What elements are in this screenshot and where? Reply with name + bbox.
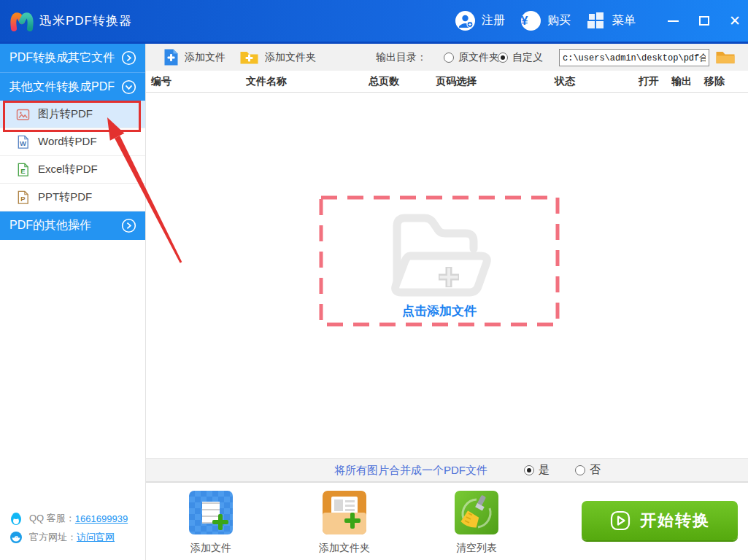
output-path-input[interactable] [559,49,709,66]
merge-option-bar: 将所有图片合并成一个PDF文件 是 否 [146,458,748,482]
chevron-right-circle-icon [121,50,136,66]
add-file-icon [163,48,179,66]
buy-button[interactable]: ¥ 购买 [521,0,571,42]
sidebar-item-label: 图片转PDF [38,107,93,121]
add-file-action-label: 添加文件 [190,542,231,555]
main-panel: 添加文件 添加文件夹 输出目录： 原文件夹 自定义 [146,44,748,560]
sidebar-item-label: Word转PDF [38,135,97,149]
excel-doc-icon: E [16,163,30,177]
chevron-down-circle-icon [121,79,136,95]
col-total-pages: 总页数 [369,71,399,93]
merge-no-label: 否 [590,463,601,477]
merge-no-radio[interactable]: 否 [575,459,601,481]
svg-text:E: E [20,167,25,175]
add-file-action-button[interactable]: 添加文件 [167,491,255,555]
close-button[interactable]: ✕ [722,0,747,42]
col-status: 状态 [555,71,575,93]
merge-no-circle[interactable] [575,465,585,475]
radio-original-circle[interactable] [444,52,454,63]
svg-text:e: e [14,534,18,542]
sidebar-section-pdf-to-other[interactable]: PDF转换成其它文件 [0,44,145,72]
yen-icon: ¥ [521,11,541,31]
app-window: 迅米PDF转换器 注册 ¥ 购买 菜单 [0,0,748,560]
sidebar-section-pdf-ops[interactable]: PDF的其他操作 [0,211,145,240]
file-list-area: 点击添加文件 [146,93,748,458]
play-icon [609,510,631,532]
add-folder-action-button[interactable]: 添加文件夹 [301,491,388,555]
section-label: PDF转换成其它文件 [9,50,115,66]
toolbar: 添加文件 添加文件夹 输出目录： 原文件夹 自定义 [146,44,748,71]
buy-label: 购买 [547,13,571,28]
svg-text:P: P [20,195,26,203]
dropzone-add-files[interactable]: 点击添加文件 [319,195,560,327]
add-folder-icon [239,50,259,65]
radio-original-label: 原文件夹 [458,51,499,64]
clear-list-action-label: 清空列表 [456,542,497,555]
clear-list-action-button[interactable]: 清空列表 [433,491,520,555]
add-folder-label: 添加文件夹 [265,51,316,64]
sidebar-section-other-to-pdf[interactable]: 其他文件转换成PDF [0,72,145,101]
website-icon: e [9,530,23,545]
register-button[interactable]: 注册 [455,0,505,42]
merge-yes-circle[interactable] [524,465,534,475]
word-doc-icon: W [16,135,30,149]
radio-original-folder[interactable]: 原文件夹 [444,44,499,71]
sidebar-item-label: PPT转PDF [38,190,92,204]
svg-text:W: W [20,139,26,147]
output-dir-label: 输出目录： [376,44,427,71]
section-label: 其他文件转换成PDF [9,79,115,95]
titlebar: 迅米PDF转换器 注册 ¥ 购买 菜单 [0,0,748,44]
menu-label: 菜单 [612,13,636,28]
add-folder-action-label: 添加文件夹 [319,542,370,555]
browse-folder-icon[interactable] [715,50,736,65]
chevron-right-circle-icon [121,218,136,233]
sidebar-footer: QQ 客服： 1661699939 e 官方网址： 访问官网 [9,509,140,547]
image-icon [16,107,30,122]
maximize-button[interactable] [692,0,717,42]
menu-grid-icon [587,12,605,30]
radio-custom-circle[interactable] [498,52,508,63]
minimize-button[interactable] [660,0,685,42]
col-open: 打开 [639,71,659,93]
add-file-label: 添加文件 [185,51,225,64]
col-page-select: 页码选择 [436,71,477,93]
add-folder-toolbar-button[interactable]: 添加文件夹 [239,44,316,71]
merge-yes-radio[interactable]: 是 [524,459,550,481]
clear-list-big-icon [455,491,498,534]
menu-button[interactable]: 菜单 [587,0,636,42]
col-number: 编号 [151,71,171,93]
add-file-big-icon [189,491,233,534]
qq-icon [9,511,23,526]
add-folder-big-icon [323,491,366,534]
col-remove: 移除 [704,71,725,93]
start-convert-label: 开始转换 [640,510,710,532]
col-output: 输出 [671,71,692,93]
radio-custom[interactable]: 自定义 [498,44,543,71]
sidebar-item-image-to-pdf[interactable]: 图片转PDF [0,101,145,128]
app-title: 迅米PDF转换器 [39,0,132,42]
register-label: 注册 [482,13,505,28]
sidebar-item-word-to-pdf[interactable]: W Word转PDF [0,128,145,156]
sidebar-item-ppt-to-pdf[interactable]: P PPT转PDF [0,184,145,211]
merge-question-label: 将所有图片合并成一个PDF文件 [334,459,487,481]
dropzone-label: 点击添加文件 [319,303,560,319]
merge-yes-label: 是 [539,463,550,477]
ppt-doc-icon: P [16,190,30,205]
qq-number-link[interactable]: 1661699939 [75,513,128,524]
sidebar-item-excel-to-pdf[interactable]: E Excel转PDF [0,156,145,184]
section-label: PDF的其他操作 [9,218,91,233]
register-user-icon [455,11,475,31]
radio-custom-label: 自定义 [512,51,543,64]
open-folder-add-icon [381,203,498,305]
sidebar: PDF转换成其它文件 其他文件转换成PDF 图片转PDF [0,44,146,560]
app-logo-icon [9,9,35,35]
website-link[interactable]: 访问官网 [77,531,115,544]
file-table-header: 编号 文件名称 总页数 页码选择 状态 打开 输出 移除 [146,71,748,93]
qq-service-label: QQ 客服： [29,512,75,525]
sidebar-item-label: Excel转PDF [38,163,98,176]
bottom-action-bar: 添加文件 添加文件夹 [146,482,748,560]
col-filename: 文件名称 [246,71,287,93]
start-convert-button[interactable]: 开始转换 [582,501,738,540]
website-label: 官方网址： [29,531,77,544]
add-file-toolbar-button[interactable]: 添加文件 [163,44,225,71]
